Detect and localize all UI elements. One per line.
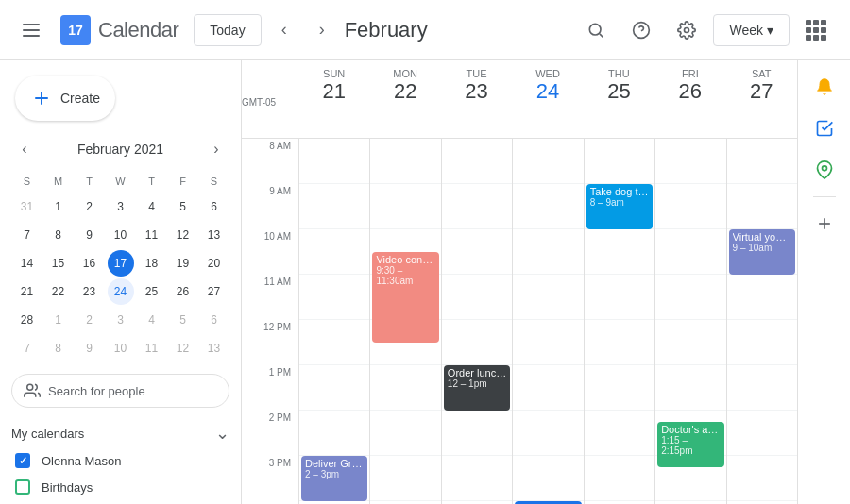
apps-button[interactable]	[797, 11, 835, 49]
my-calendar-item[interactable]: Reminders	[11, 500, 230, 504]
hour-cell[interactable]	[370, 411, 440, 456]
hour-cell[interactable]	[442, 229, 512, 275]
hour-cell[interactable]	[370, 365, 440, 411]
mini-cal-day[interactable]: 6	[201, 193, 228, 220]
mini-cal-day[interactable]: 25	[139, 278, 165, 305]
mini-cal-day[interactable]: 11	[139, 222, 165, 248]
mini-cal-day[interactable]: 23	[76, 278, 103, 305]
hour-cell[interactable]	[727, 411, 797, 456]
hour-cell[interactable]	[513, 365, 583, 411]
day-header-cell[interactable]: MON22	[369, 60, 440, 111]
mini-cal-day[interactable]: 13	[201, 222, 228, 248]
contacts-button[interactable]	[806, 151, 843, 189]
day-header-cell[interactable]: THU25	[584, 60, 654, 111]
mini-cal-day[interactable]: 4	[139, 193, 165, 220]
day-column[interactable]: Virtual yoga class9 – 10am	[726, 139, 797, 504]
mini-cal-day[interactable]: 9	[76, 335, 103, 361]
mini-cal-day[interactable]: 7	[14, 335, 41, 361]
day-header-cell[interactable]: SUN21	[298, 60, 369, 111]
mini-cal-day[interactable]: 6	[201, 307, 228, 333]
next-button[interactable]: ›	[307, 15, 337, 45]
day-header-cell[interactable]: FRI26	[654, 60, 725, 111]
my-calendar-item[interactable]: Olenna Mason	[11, 447, 230, 474]
mini-cal-day[interactable]: 19	[170, 250, 196, 277]
mini-cal-day[interactable]: 14	[14, 250, 41, 277]
mini-cal-day[interactable]: 3	[108, 307, 134, 333]
hour-cell[interactable]	[655, 229, 725, 275]
calendar-event[interactable]: Virtual yoga class9 – 10am	[729, 229, 795, 275]
settings-button[interactable]	[668, 11, 706, 49]
mini-cal-day[interactable]: 12	[170, 222, 196, 248]
day-header-cell[interactable]: SAT27	[726, 60, 797, 111]
mini-cal-day[interactable]: 17	[108, 250, 134, 277]
hour-cell[interactable]	[585, 229, 654, 275]
day-column[interactable]: Deliver Grace's c2 – 3pm	[298, 139, 369, 504]
hour-cell[interactable]	[513, 411, 583, 456]
mini-cal-day[interactable]: 1	[45, 307, 72, 333]
mini-prev-button[interactable]: ‹	[11, 136, 38, 162]
search-people-input[interactable]: Search for people	[11, 374, 230, 408]
hour-cell[interactable]	[727, 139, 797, 184]
calendar-event[interactable]: Video conference9:30 – 11:30am	[372, 252, 438, 343]
mini-cal-day[interactable]: 4	[139, 307, 165, 333]
hour-cell[interactable]	[655, 320, 725, 365]
mini-cal-day[interactable]: 2	[76, 193, 103, 220]
my-calendar-item[interactable]: Birthdays	[11, 474, 230, 500]
mini-cal-day[interactable]: 28	[14, 307, 41, 333]
hour-cell[interactable]	[727, 184, 797, 229]
hour-cell[interactable]	[513, 139, 583, 184]
calendar-event[interactable]: Doctor's appoint1:15 – 2:15pm	[657, 422, 723, 467]
mini-cal-day[interactable]: 22	[45, 278, 72, 305]
hour-cell[interactable]	[655, 275, 725, 320]
search-button[interactable]	[577, 11, 615, 49]
hour-cell[interactable]	[299, 275, 369, 320]
mini-next-button[interactable]: ›	[203, 136, 230, 162]
day-header-cell[interactable]: TUE23	[441, 60, 512, 111]
mini-cal-day[interactable]: 21	[14, 278, 41, 305]
hour-cell[interactable]	[727, 275, 797, 320]
hour-cell[interactable]	[585, 320, 654, 365]
mini-cal-day[interactable]: 10	[108, 335, 134, 361]
mini-cal-day[interactable]: 8	[45, 335, 72, 361]
hour-cell[interactable]	[370, 139, 440, 184]
calendar-event[interactable]: Deliver Grace's c2 – 3pm	[301, 456, 367, 501]
mini-cal-day[interactable]: 9	[76, 222, 103, 248]
mini-cal-day[interactable]: 13	[201, 335, 228, 361]
hour-cell[interactable]	[513, 229, 583, 275]
mini-cal-day[interactable]: 5	[170, 193, 196, 220]
mini-cal-day[interactable]: 27	[201, 278, 228, 305]
mini-cal-day[interactable]: 31	[14, 193, 41, 220]
hour-cell[interactable]	[442, 456, 512, 501]
mini-cal-day[interactable]: 12	[170, 335, 196, 361]
today-button[interactable]: Today	[194, 14, 261, 46]
notifications-button[interactable]	[806, 68, 843, 106]
day-column[interactable]: Video conference9:30 – 11:30am	[369, 139, 440, 504]
mini-cal-day[interactable]: 2	[76, 307, 103, 333]
hour-cell[interactable]	[727, 456, 797, 501]
mini-cal-day[interactable]: 16	[76, 250, 103, 277]
calendar-event[interactable]: Take dog to the8 – 9am	[586, 184, 653, 229]
hour-cell[interactable]	[513, 275, 583, 320]
mini-cal-day[interactable]: 10	[108, 222, 134, 248]
mini-cal-day[interactable]: 3	[108, 193, 134, 220]
menu-button[interactable]	[15, 11, 53, 49]
mini-cal-day[interactable]: 7	[14, 222, 41, 248]
mini-cal-day[interactable]: 26	[170, 278, 196, 305]
hour-cell[interactable]	[727, 365, 797, 411]
mini-cal-day[interactable]: 18	[139, 250, 165, 277]
day-column[interactable]: Lisa's BirthdayTake dog to the8 – 9am	[584, 139, 654, 504]
calendar-event[interactable]: Order lunch for c12 – 1pm	[444, 365, 510, 411]
mini-cal-day[interactable]: 1	[45, 193, 72, 220]
day-column[interactable]: Order lunch for c12 – 1pm	[441, 139, 512, 504]
day-column[interactable]: Virtual team me3 – 4pm	[512, 139, 583, 504]
hour-cell[interactable]	[585, 456, 654, 501]
my-calendars-header[interactable]: My calendars ⌄	[11, 419, 230, 447]
hour-cell[interactable]	[655, 184, 725, 229]
help-button[interactable]	[622, 11, 660, 49]
hour-cell[interactable]	[513, 456, 583, 501]
hour-cell[interactable]	[585, 139, 654, 184]
hour-cell[interactable]	[442, 320, 512, 365]
hour-cell[interactable]	[585, 365, 654, 411]
hour-cell[interactable]	[655, 139, 725, 184]
mini-cal-day[interactable]: 15	[45, 250, 72, 277]
